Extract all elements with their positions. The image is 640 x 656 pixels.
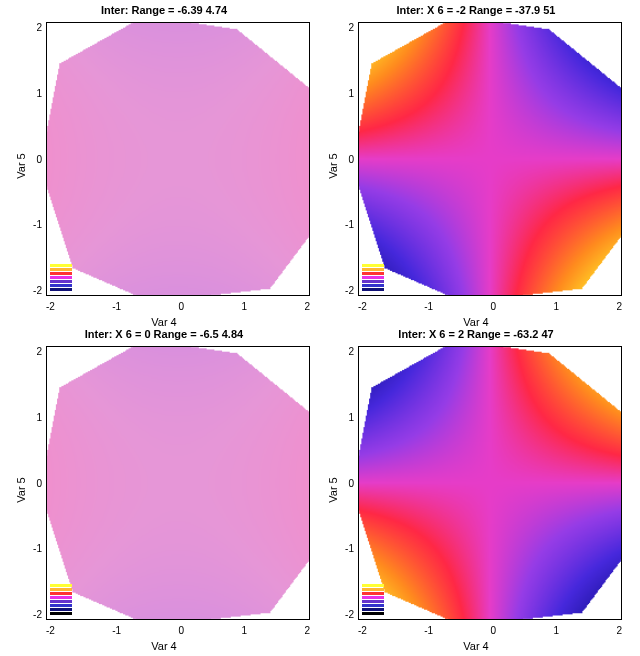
y-ticks: 2 1 0 -1 -2 bbox=[24, 22, 42, 296]
chart-grid: Inter: Range = -6.39 4.74 Var 5 Var 4 -2… bbox=[0, 0, 640, 656]
panel-title: Inter: X 6 = 2 Range = -63.2 47 bbox=[320, 328, 632, 340]
y-ticks: 2 1 0 -1 -2 bbox=[336, 22, 354, 296]
y-ticks: 2 1 0 -1 -2 bbox=[24, 346, 42, 620]
panel-title: Inter: Range = -6.39 4.74 bbox=[8, 4, 320, 16]
panel-0: Inter: Range = -6.39 4.74 Var 5 Var 4 -2… bbox=[8, 4, 320, 328]
panel-3: Inter: X 6 = 2 Range = -63.2 47 Var 5 Va… bbox=[320, 328, 632, 652]
plot-area: -2 -1 0 1 2 2 1 0 -1 -2 bbox=[358, 346, 622, 620]
color-legend bbox=[50, 264, 72, 292]
axis-box bbox=[358, 22, 622, 296]
color-legend bbox=[50, 584, 72, 616]
plot-area: -2 -1 0 1 2 2 1 0 -1 -2 bbox=[46, 346, 310, 620]
plot-area: -2 -1 0 1 2 2 1 0 -1 -2 bbox=[358, 22, 622, 296]
x-axis-label: Var 4 bbox=[320, 640, 632, 652]
plot-area: -2 -1 0 1 2 2 1 0 -1 -2 bbox=[46, 22, 310, 296]
x-axis-label: Var 4 bbox=[8, 316, 320, 328]
x-ticks: -2 -1 0 1 2 bbox=[358, 301, 622, 312]
x-ticks: -2 -1 0 1 2 bbox=[46, 301, 310, 312]
panel-2: Inter: X 6 = 0 Range = -6.5 4.84 Var 5 V… bbox=[8, 328, 320, 652]
x-axis-label: Var 4 bbox=[8, 640, 320, 652]
panel-title: Inter: X 6 = -2 Range = -37.9 51 bbox=[320, 4, 632, 16]
panel-1: Inter: X 6 = -2 Range = -37.9 51 Var 5 V… bbox=[320, 4, 632, 328]
x-ticks: -2 -1 0 1 2 bbox=[46, 625, 310, 636]
panel-title: Inter: X 6 = 0 Range = -6.5 4.84 bbox=[8, 328, 320, 340]
x-axis-label: Var 4 bbox=[320, 316, 632, 328]
y-ticks: 2 1 0 -1 -2 bbox=[336, 346, 354, 620]
axis-box bbox=[46, 346, 310, 620]
color-legend bbox=[362, 584, 384, 616]
x-ticks: -2 -1 0 1 2 bbox=[358, 625, 622, 636]
axis-box bbox=[358, 346, 622, 620]
color-legend bbox=[362, 264, 384, 292]
axis-box bbox=[46, 22, 310, 296]
